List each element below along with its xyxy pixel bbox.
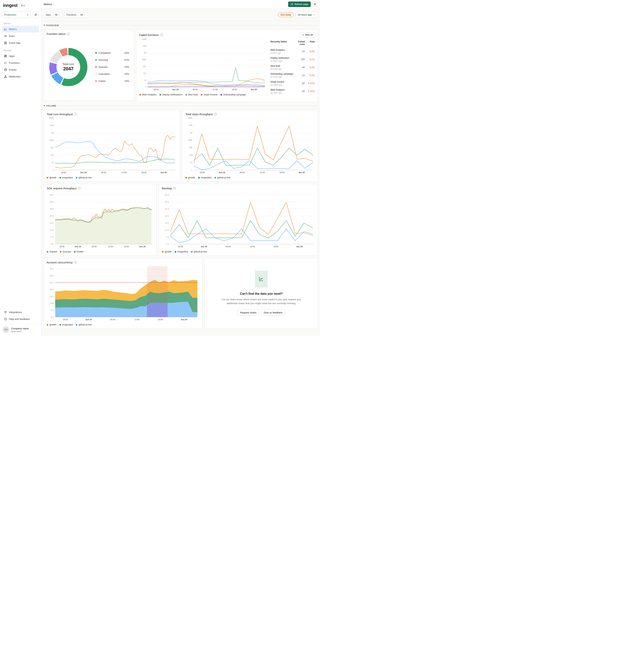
table-row[interactable]: Stripe invoice25 mins ago600.07% xyxy=(271,79,315,87)
legend-item[interactable]: growth xyxy=(47,176,57,179)
legend-item[interactable]: growth xyxy=(47,324,57,326)
svg-text:Jun 19: Jun 19 xyxy=(85,318,92,320)
integrations-icon xyxy=(4,311,7,314)
nav-section-label: Manage xyxy=(4,49,38,52)
apps-icon xyxy=(4,55,7,58)
table-row[interactable]: Onboarding campaign22 mins ago100.5% xyxy=(271,71,315,79)
legend-item[interactable]: growth xyxy=(185,176,195,179)
total-runs-card: Total runs throughput ? 11010010K100K1M1… xyxy=(44,110,180,182)
sidebar-item-metrics[interactable]: Metrics xyxy=(2,26,39,33)
svg-text:06:00: 06:00 xyxy=(239,171,245,174)
table-row[interactable]: Web Analytics5 mins ago100.5% xyxy=(271,47,315,55)
legend-item[interactable]: Deploy notifications xyxy=(159,94,182,96)
help-icon[interactable]: ? xyxy=(160,33,163,36)
give-feedback-button[interactable]: Give us feedback xyxy=(261,309,285,316)
svg-text:12:00: 12:00 xyxy=(121,171,127,174)
help-icon[interactable]: ? xyxy=(74,113,77,116)
legend-item[interactable]: Onboarding campaign xyxy=(220,94,246,96)
sidebar-item-event-logs[interactable]: Event logs xyxy=(2,40,39,46)
request-card-title: Can’t find the data you need? xyxy=(240,292,282,296)
legend-item[interactable]: github-pr-bot xyxy=(76,176,92,179)
svg-text:10M: 10M xyxy=(189,124,192,127)
legend-item[interactable]: github-pr-bot xyxy=(76,324,92,326)
failed-functions-card: Failed functions ? ↗ View all 11010010K1… xyxy=(136,29,318,102)
table-row[interactable]: Deploy notification10 mins ago7000.1% xyxy=(271,55,315,63)
svg-text:Jun 20: Jun 20 xyxy=(250,88,257,90)
apps-filter-value[interactable]: All xyxy=(53,12,62,17)
legend-item[interactable]: New lead xyxy=(185,94,198,96)
legend-item[interactable]: growth xyxy=(162,251,172,253)
svg-text:25 K: 25 K xyxy=(165,208,169,210)
legend-item[interactable]: github-pr-bot xyxy=(215,176,230,179)
functions-filter[interactable]: Functions All xyxy=(64,12,88,18)
settings-button[interactable]: ⚙ xyxy=(312,1,318,7)
help-icon[interactable]: ? xyxy=(173,187,176,190)
sidebar-item-functions[interactable]: Functions xyxy=(2,59,39,66)
command-k-shortcut[interactable]: ⌘ K xyxy=(19,4,26,8)
inngest-logo: inngest xyxy=(3,3,17,8)
legend-item[interactable]: Ended xyxy=(74,251,83,253)
svg-text:18:00: 18:00 xyxy=(178,245,183,248)
legend-item[interactable]: Started xyxy=(47,251,57,253)
legend-item[interactable]: Queued xyxy=(60,251,71,253)
legend-item[interactable]: github-pr-bot xyxy=(191,251,207,253)
svg-text:100K: 100K xyxy=(49,139,54,141)
overview-section-header[interactable]: OVERVIEW xyxy=(44,24,318,27)
svg-text:12:00: 12:00 xyxy=(108,245,113,248)
chart-legend: Web AnalyticsDeploy notificationsNew lea… xyxy=(139,94,267,96)
time-range-selector[interactable]: 24 hours ago xyxy=(295,12,318,18)
svg-text:1: 1 xyxy=(53,169,54,171)
svg-text:12:00: 12:00 xyxy=(213,88,218,90)
refresh-page-button[interactable]: Refresh page xyxy=(288,1,311,7)
legend-item[interactable]: inngestbot xyxy=(59,176,73,179)
help-icon[interactable]: ? xyxy=(78,187,81,190)
functions-filter-value[interactable]: All xyxy=(78,12,88,17)
sidebar-item-help-and-feedback[interactable]: ?Help and feedback xyxy=(2,316,39,323)
card-title: Backlog xyxy=(162,187,172,190)
legend-item[interactable]: Web Analytics xyxy=(139,94,157,96)
apps-filter[interactable]: Apps All xyxy=(44,12,62,18)
function-status-donut: Total runs2047 xyxy=(49,48,87,86)
svg-text:Jun 20: Jun 20 xyxy=(160,171,167,174)
help-icon[interactable]: ? xyxy=(74,261,77,264)
help-icon[interactable]: ? xyxy=(67,32,70,35)
svg-text:1M: 1M xyxy=(51,132,54,134)
card-title: Total steps throughput xyxy=(185,113,213,116)
sidebar-item-runs[interactable]: Runs xyxy=(2,33,39,40)
legend-item[interactable]: inngestbot xyxy=(198,176,212,179)
avatar: CN xyxy=(3,326,9,333)
svg-text:35 K: 35 K xyxy=(165,194,169,196)
legend-item[interactable]: Stripe invoice xyxy=(201,94,217,96)
account-concurrency-chart: 0 K5 K10 K15 K20 K25 K30 K35 K18:00Jun 1… xyxy=(47,265,199,322)
table-row[interactable]: New lead20 mins ago400.3% xyxy=(271,63,315,71)
sidebar-item-integrations[interactable]: Integrations xyxy=(2,309,39,316)
sidebar-item-apps[interactable]: Apps xyxy=(2,53,39,59)
webhooks-icon xyxy=(4,75,7,78)
function-status-card: Function status ? Total runs2047 Complet… xyxy=(44,29,134,101)
environment-filter-button[interactable] xyxy=(32,11,39,18)
events-icon xyxy=(4,68,7,71)
sidebar-item-events[interactable]: Events xyxy=(2,66,39,73)
svg-text:18:00: 18:00 xyxy=(62,318,68,320)
request-charts-button[interactable]: Request charts xyxy=(237,309,259,316)
sidebar-item-webhooks[interactable]: Webhooks xyxy=(2,73,39,80)
view-all-button[interactable]: ↗ View all xyxy=(300,32,315,38)
svg-text:1: 1 xyxy=(145,86,146,88)
svg-text:10K: 10K xyxy=(143,66,146,68)
svg-text:5 K: 5 K xyxy=(51,236,54,238)
account-row[interactable]: CN Company name User name xyxy=(0,324,41,336)
legend-item[interactable]: inngestbot xyxy=(175,251,188,253)
svg-text:?: ? xyxy=(5,318,6,320)
volume-section-header[interactable]: VOLUME xyxy=(44,105,318,107)
svg-text:06:00: 06:00 xyxy=(193,88,198,90)
svg-text:100M: 100M xyxy=(142,38,146,40)
table-row[interactable]: Web Analytics35 mins ago501.67% xyxy=(271,87,315,95)
request-charts-card: Can’t find the data you need? Let our te… xyxy=(205,258,318,329)
environment-selector[interactable]: Production xyxy=(2,11,31,18)
legend-item[interactable]: inngestbot xyxy=(59,324,73,326)
help-icon[interactable]: ? xyxy=(214,113,217,116)
total-steps-chart: 11010010K100K1M10M100M18:00Jun 1906:0012… xyxy=(185,116,315,175)
svg-text:100K: 100K xyxy=(142,59,146,61)
svg-text:10: 10 xyxy=(144,79,146,81)
collapse-triangle-icon xyxy=(44,105,45,106)
